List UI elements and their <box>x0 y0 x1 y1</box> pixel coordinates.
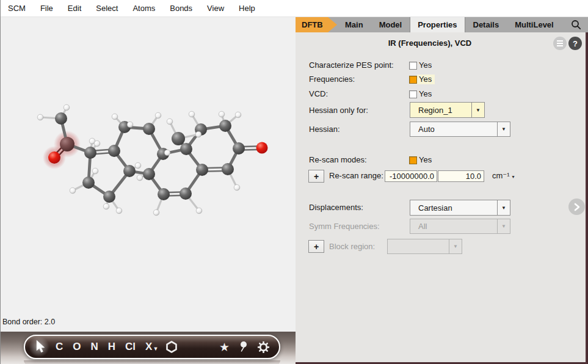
atom-h[interactable] <box>196 208 202 214</box>
panel-menu-button[interactable] <box>553 37 567 50</box>
menu-scm[interactable]: SCM <box>7 4 33 13</box>
atom-c[interactable] <box>180 187 192 200</box>
menu-edit[interactable]: Edit <box>60 4 89 13</box>
atom-c[interactable] <box>222 163 234 175</box>
balloon-tool-button[interactable] <box>238 340 249 354</box>
atom-h[interactable] <box>127 122 133 128</box>
atom-c[interactable] <box>158 188 170 200</box>
panel-tab-bar: DFTB Main Model Properties Details Multi… <box>296 17 588 32</box>
atom-c[interactable] <box>196 164 208 176</box>
tab-details[interactable]: Details <box>465 17 507 32</box>
element-h-button[interactable]: H <box>108 336 115 358</box>
element-x-button[interactable]: X ▼ <box>145 336 158 358</box>
atom-c[interactable] <box>55 112 67 125</box>
menu-bonds[interactable]: Bonds <box>162 4 200 13</box>
rescan-range-max-input[interactable] <box>438 170 484 182</box>
atom-o[interactable] <box>256 142 268 154</box>
atom-h[interactable] <box>37 114 43 120</box>
rescan-range-label: Re-scan range: <box>329 171 383 180</box>
atom-c[interactable] <box>108 145 120 157</box>
element-c-button[interactable]: C <box>56 336 63 358</box>
search-button[interactable] <box>571 17 588 32</box>
molecule-canvas[interactable] <box>1 17 296 332</box>
element-n-button[interactable]: N <box>91 336 98 358</box>
block-region-value <box>388 239 449 253</box>
atom-h[interactable] <box>103 203 109 209</box>
atom-h[interactable] <box>135 162 141 169</box>
menu-select[interactable]: Select <box>89 4 125 13</box>
characterize-pes-checkbox[interactable] <box>409 62 417 70</box>
tab-main[interactable]: Main <box>337 17 371 32</box>
hamburger-icon <box>557 40 563 46</box>
atom-c[interactable] <box>143 168 155 180</box>
block-region-label: Block region: <box>329 242 375 251</box>
atom-o[interactable] <box>48 151 60 164</box>
atom-h[interactable] <box>164 150 170 156</box>
hessian-select[interactable]: Auto ▼ <box>410 122 510 137</box>
atom-csel[interactable] <box>60 137 74 151</box>
molecule-viewer[interactable]: Bond order: 2.0 C O N H Cl X ▼ <box>1 17 296 364</box>
help-button[interactable]: ? <box>568 37 582 50</box>
menu-view[interactable]: View <box>200 4 231 13</box>
select-arrow-tool[interactable] <box>32 339 47 355</box>
atom-h[interactable] <box>189 111 195 117</box>
tab-dftb[interactable]: DFTB <box>296 17 337 32</box>
menu-atoms[interactable]: Atoms <box>125 4 162 13</box>
hessian-only-for-select[interactable]: Region_1 ▼ <box>410 102 485 118</box>
page-title: IR (Frequencies), VCD <box>296 38 564 48</box>
atom-c[interactable] <box>82 177 95 189</box>
atom-c[interactable] <box>180 143 192 155</box>
atom-toolbar: C O N H Cl X ▼ ★ <box>24 335 280 359</box>
rescan-modes-yes-label: Yes <box>417 155 435 165</box>
atom-h[interactable] <box>64 104 70 111</box>
vcd-checkbox[interactable] <box>409 90 417 98</box>
atom-h[interactable] <box>155 112 161 118</box>
atom-c[interactable] <box>172 132 185 145</box>
atom-h[interactable] <box>195 131 201 137</box>
atom-h[interactable] <box>70 187 76 194</box>
element-cl-button[interactable]: Cl <box>125 336 136 358</box>
atom-c[interactable] <box>219 120 231 132</box>
menu-file[interactable]: File <box>33 4 60 13</box>
rescan-range-add-button[interactable]: + <box>308 170 324 183</box>
ams-input-window: SCM File Edit Select Atoms Bonds View He… <box>0 0 588 364</box>
rescan-modes-checkbox[interactable] <box>409 156 417 164</box>
atom-h[interactable] <box>116 208 122 214</box>
chevron-down-icon[interactable]: ▼ <box>497 122 510 136</box>
atom-c[interactable] <box>84 147 96 159</box>
element-o-button[interactable]: O <box>73 336 81 358</box>
ring-tool-button[interactable] <box>165 340 178 354</box>
tab-properties[interactable]: Properties <box>410 17 465 32</box>
tab-multilevel[interactable]: MultiLevel <box>507 17 562 32</box>
rescan-range-min-input[interactable] <box>385 170 437 182</box>
atom-h[interactable] <box>235 112 241 118</box>
atom-c[interactable] <box>123 165 136 177</box>
rescan-range-unit[interactable]: cm⁻¹▾ <box>492 171 515 180</box>
atom-h[interactable] <box>153 209 159 216</box>
hessian-label: Hessian: <box>309 125 340 134</box>
atom-h[interactable] <box>167 118 173 125</box>
atom-h[interactable] <box>112 114 118 120</box>
chevron-down-icon[interactable]: ▼ <box>471 103 484 117</box>
structures-star-button[interactable]: ★ <box>219 336 230 358</box>
vcd-yes-label: Yes <box>417 89 435 99</box>
atom-c[interactable] <box>233 142 245 155</box>
displacements-select[interactable]: Cartesian ▼ <box>410 200 510 216</box>
block-region-add-button[interactable]: + <box>308 240 324 253</box>
settings-gear-button[interactable] <box>258 341 269 353</box>
atom-h[interactable] <box>219 111 225 117</box>
next-panel-button[interactable] <box>568 198 585 215</box>
element-x-label: X <box>145 336 152 358</box>
frequencies-checkbox[interactable] <box>409 76 417 84</box>
atom-h[interactable] <box>137 175 143 181</box>
atom-h[interactable] <box>94 140 100 147</box>
chevron-down-icon[interactable]: ▼ <box>497 200 510 215</box>
status-bond-order: Bond order: 2.0 <box>2 318 55 326</box>
menu-help[interactable]: Help <box>231 4 263 13</box>
atom-c[interactable] <box>103 191 115 203</box>
atom-c[interactable] <box>143 123 155 135</box>
atom-h[interactable] <box>92 168 98 174</box>
symm-frequencies-label: Symm Frequencies: <box>309 222 380 231</box>
tab-model[interactable]: Model <box>371 17 410 32</box>
atom-h[interactable] <box>234 184 240 191</box>
